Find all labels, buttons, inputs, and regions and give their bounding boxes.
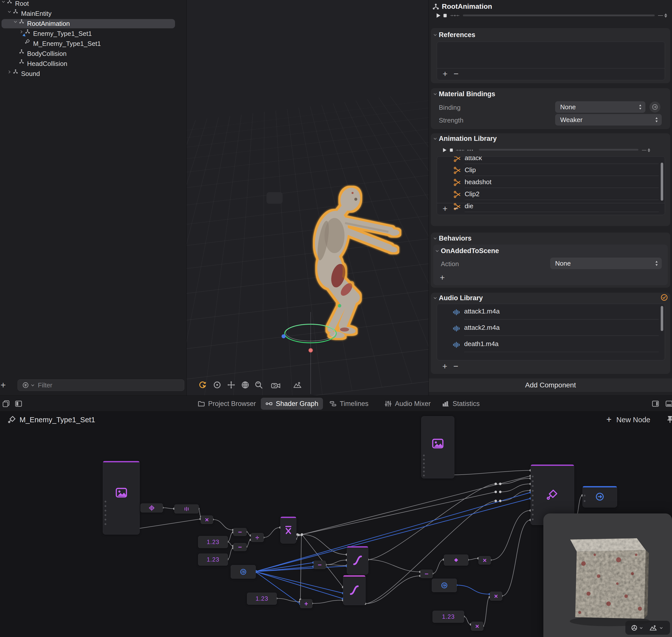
stop-button[interactable] bbox=[449, 148, 454, 152]
select-tool-icon[interactable] bbox=[198, 381, 207, 389]
node-port[interactable] bbox=[423, 475, 425, 476]
filter-input[interactable]: Filter bbox=[18, 379, 184, 391]
tree-item-HeadCollision[interactable]: HeadCollision bbox=[0, 59, 186, 69]
new-node-plus[interactable]: + bbox=[606, 414, 612, 425]
strength-dropdown[interactable]: Weaker bbox=[555, 114, 662, 126]
node-port[interactable] bbox=[105, 514, 106, 516]
scrollbar[interactable] bbox=[661, 163, 663, 201]
shader-node-mean[interactable] bbox=[280, 516, 296, 544]
node-port[interactable] bbox=[532, 495, 534, 496]
chevron-down-icon[interactable] bbox=[14, 20, 17, 24]
node-port[interactable] bbox=[532, 514, 534, 515]
end-scrubber[interactable] bbox=[657, 13, 669, 18]
move-tool-icon[interactable] bbox=[227, 381, 235, 389]
play-button[interactable] bbox=[435, 13, 441, 19]
chevron-right-icon[interactable] bbox=[7, 70, 11, 74]
node-port[interactable] bbox=[105, 510, 106, 511]
node-port[interactable] bbox=[105, 505, 106, 507]
tab-statistics[interactable]: Statistics bbox=[438, 398, 484, 410]
node-port[interactable] bbox=[532, 485, 534, 487]
clip-item[interactable]: Clip bbox=[465, 166, 476, 174]
binding-dropdown[interactable]: None bbox=[555, 101, 646, 113]
tab-audio-mixer[interactable]: Audio Mixer bbox=[380, 398, 435, 410]
shader-node-split[interactable] bbox=[174, 505, 199, 513]
more-icon[interactable] bbox=[467, 149, 473, 151]
tree-item-RootAnimation[interactable]: RootAnimation bbox=[0, 19, 186, 29]
shader-node-submain[interactable]: − bbox=[314, 561, 326, 569]
chevron-down-icon[interactable] bbox=[433, 296, 437, 300]
chevron-down-icon[interactable] bbox=[433, 33, 437, 37]
shader-node-mul3[interactable]: × bbox=[471, 622, 483, 631]
shader-node-smth1[interactable] bbox=[347, 546, 368, 575]
node-port[interactable] bbox=[105, 501, 106, 503]
tree-item-Enemy_Type1_Set1[interactable]: Enemy_Type1_Set1 bbox=[0, 29, 186, 39]
chevron-down-icon[interactable] bbox=[639, 626, 643, 630]
chevron-down-icon[interactable] bbox=[7, 10, 11, 14]
tree-item-Root[interactable]: Root bbox=[0, 0, 186, 8]
remove-reference-button[interactable]: − bbox=[454, 69, 459, 78]
node-port[interactable] bbox=[105, 523, 106, 525]
shader-node-smth2[interactable] bbox=[343, 575, 366, 605]
panel-bottom-icon[interactable] bbox=[665, 400, 672, 408]
scrollbar[interactable] bbox=[661, 306, 663, 331]
timeline-slider[interactable] bbox=[463, 15, 655, 16]
chevron-right-icon[interactable] bbox=[20, 30, 23, 34]
shader-node-c3[interactable]: 1.23 bbox=[247, 593, 277, 605]
chevron-down-icon[interactable] bbox=[1, 0, 5, 4]
add-action-button[interactable]: + bbox=[440, 273, 445, 282]
orbit-tool-icon[interactable] bbox=[213, 381, 222, 389]
tab-shader-graph[interactable]: Shader Graph bbox=[261, 398, 323, 410]
chevron-down-icon[interactable] bbox=[659, 626, 663, 630]
shader-node-c2[interactable]: 1.23 bbox=[198, 553, 228, 566]
shader-node-tex1[interactable] bbox=[103, 461, 140, 534]
binding-link-button[interactable] bbox=[650, 102, 660, 112]
zoom-tool-icon[interactable] bbox=[254, 381, 263, 389]
shader-node-texcoord[interactable] bbox=[140, 504, 163, 512]
chevron-down-icon[interactable] bbox=[433, 237, 437, 240]
shader-node-geom2[interactable] bbox=[432, 579, 457, 592]
pan-tool-icon[interactable] bbox=[241, 381, 249, 389]
shader-node-mul1[interactable]: × bbox=[200, 515, 213, 524]
node-port[interactable] bbox=[423, 467, 425, 468]
node-port[interactable] bbox=[423, 462, 425, 465]
gizmo-x-handle[interactable] bbox=[282, 334, 286, 338]
tree-item-M_Enemy_Type1_Set1[interactable]: M_Enemy_Type1_Set1 bbox=[0, 39, 186, 49]
chevron-down-icon[interactable] bbox=[433, 92, 437, 96]
animation-slider[interactable] bbox=[479, 149, 638, 151]
shader-node-out[interactable] bbox=[583, 486, 617, 507]
end-scrubber[interactable] bbox=[641, 148, 651, 152]
shader-node-geom1[interactable] bbox=[231, 565, 256, 579]
node-port[interactable] bbox=[532, 504, 534, 506]
shader-node-tex2[interactable] bbox=[421, 416, 454, 478]
action-dropdown[interactable]: None bbox=[550, 258, 662, 269]
viewport-3d[interactable] bbox=[186, 0, 429, 396]
node-port[interactable] bbox=[532, 490, 534, 492]
remove-clip-button[interactable]: − bbox=[454, 204, 459, 213]
sidebar-right-icon[interactable] bbox=[651, 400, 659, 408]
environment-tool-icon[interactable] bbox=[293, 381, 302, 389]
add-entity-button[interactable]: + bbox=[0, 380, 6, 390]
audio-file-item[interactable]: attack1.m4a bbox=[464, 308, 500, 315]
node-port[interactable] bbox=[532, 480, 534, 482]
sidebar-left-icon[interactable] bbox=[15, 400, 22, 408]
tree-item-MainEntity[interactable]: MainEntity bbox=[0, 8, 186, 19]
shader-node-div[interactable]: ÷ bbox=[251, 533, 264, 542]
clip-item[interactable]: die bbox=[465, 202, 473, 210]
clip-item[interactable]: Clip2 bbox=[465, 190, 479, 198]
node-port[interactable] bbox=[105, 519, 106, 521]
references-list[interactable]: + − bbox=[437, 42, 665, 80]
node-port[interactable] bbox=[584, 495, 585, 496]
add-audio-button[interactable]: + bbox=[442, 362, 447, 370]
node-port[interactable] bbox=[423, 455, 425, 456]
play-button[interactable] bbox=[442, 147, 447, 153]
node-port[interactable] bbox=[532, 509, 534, 511]
tab-project-browser[interactable]: Project Browser bbox=[193, 398, 261, 410]
camera-tool-icon[interactable] bbox=[271, 381, 281, 390]
add-clip-button[interactable]: + bbox=[443, 204, 447, 213]
shader-node-mul4[interactable]: × bbox=[490, 592, 502, 601]
window-overlap-icon[interactable] bbox=[2, 400, 10, 408]
remove-audio-button[interactable]: − bbox=[453, 362, 458, 370]
speed-scrubber[interactable] bbox=[455, 148, 465, 152]
shader-node-c1[interactable]: 1.23 bbox=[198, 536, 228, 548]
shader-node-subB[interactable]: − bbox=[233, 543, 247, 551]
